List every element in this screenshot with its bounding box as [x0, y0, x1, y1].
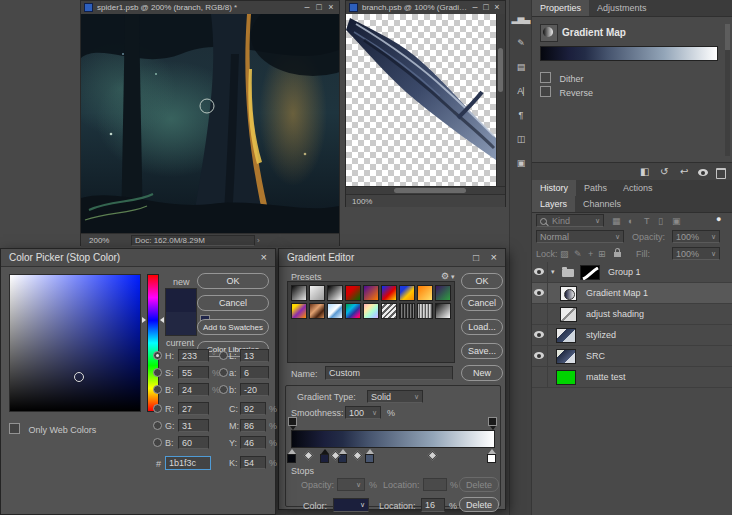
layer-name[interactable]: SRC [586, 351, 605, 361]
filter-smart-objects-icon[interactable]: ▣ [672, 215, 681, 227]
r-field[interactable]: 27 [178, 402, 209, 415]
color-stop-selected[interactable] [320, 449, 329, 463]
gradient-preset[interactable] [291, 303, 307, 319]
c-field[interactable]: 92 [240, 402, 266, 415]
minimize-button[interactable]: – [301, 1, 313, 14]
color-stop[interactable] [365, 449, 374, 463]
layer-name[interactable]: matte test [586, 372, 626, 382]
radio-b3[interactable] [219, 385, 228, 394]
visibility-toggle[interactable] [532, 262, 548, 282]
close-button[interactable]: × [491, 1, 503, 14]
gradient-preset[interactable] [363, 285, 379, 301]
layer-row-matte-test[interactable]: matte test [532, 367, 732, 388]
gradient-preset[interactable] [309, 285, 325, 301]
stop-color-swatch[interactable]: ∨ [333, 498, 369, 512]
layer-name[interactable]: stylized [586, 330, 616, 340]
histogram-icon[interactable]: ▂▅▃ [510, 14, 531, 24]
gradient-preset[interactable] [381, 285, 397, 301]
color-picker-titlebar[interactable]: Color Picker (Stop Color) × [1, 249, 275, 267]
zoom-level[interactable]: 100% [352, 197, 372, 206]
visibility-toggle[interactable] [532, 346, 548, 366]
vertical-scrollbar[interactable] [496, 14, 505, 186]
undo-icon[interactable]: ↩ [680, 166, 688, 177]
paragraph-panel-icon[interactable]: ¶ [510, 110, 531, 120]
gradient-name-field[interactable]: Custom [325, 366, 453, 380]
y-field[interactable]: 46 [240, 436, 266, 449]
status-chevron-icon[interactable]: › [257, 236, 260, 245]
color-stop[interactable] [287, 449, 296, 463]
color-stop[interactable] [487, 449, 496, 463]
current-color-swatch[interactable] [166, 312, 196, 335]
tab-actions[interactable]: Actions [615, 180, 661, 196]
maximize-button[interactable]: □ [313, 1, 325, 14]
character-panel-icon[interactable]: A| [510, 86, 531, 96]
gradient-preset[interactable] [381, 303, 397, 319]
gradient-preset[interactable] [417, 303, 433, 319]
color-field[interactable] [9, 274, 141, 412]
trash-icon[interactable] [716, 168, 726, 179]
gradient-preset[interactable] [327, 303, 343, 319]
filter-toggle-icon[interactable]: ● [716, 213, 721, 225]
filter-type-layers-icon[interactable]: T [644, 215, 650, 227]
reset-icon[interactable]: ↺ [660, 166, 668, 177]
zoom-level[interactable]: 200% [89, 236, 109, 245]
gradient-preset[interactable] [435, 285, 451, 301]
radio-b[interactable] [153, 385, 162, 394]
lock-image-pixels-icon[interactable]: ✎ [574, 248, 582, 260]
gradient-preset[interactable] [345, 303, 361, 319]
new-button[interactable]: New [461, 365, 503, 381]
tab-history[interactable]: History [532, 180, 576, 196]
radio-a[interactable] [219, 368, 228, 377]
cancel-button[interactable]: Cancel [197, 295, 269, 311]
group-mask-thumbnail[interactable] [580, 265, 600, 280]
b2-field[interactable]: 60 [178, 436, 209, 449]
k-field[interactable]: 54 [240, 456, 266, 469]
brush-settings-icon[interactable]: ✎ [510, 38, 531, 48]
layer-row-adjust-shading[interactable]: adjust shading [532, 304, 732, 325]
lock-transparent-pixels-icon[interactable]: ▨ [560, 248, 569, 260]
lock-artboard-icon[interactable]: ⊞ [598, 248, 606, 260]
layer-thumbnail[interactable] [556, 349, 576, 364]
hscroll-thumb[interactable] [394, 188, 466, 193]
filter-pixel-layers-icon[interactable]: ▦ [612, 215, 621, 227]
gradient-preset[interactable] [399, 303, 415, 319]
radio-b2[interactable] [153, 438, 162, 447]
layer-row-group1[interactable]: ▾ Group 1 [532, 262, 732, 283]
layer-thumbnail[interactable] [560, 307, 577, 322]
only-web-colors-checkbox[interactable]: Only Web Colors [9, 419, 96, 437]
visibility-toggle[interactable] [532, 325, 548, 345]
doc1-titlebar[interactable]: spider1.psb @ 200% (branch, RGB/8) * – □… [81, 1, 339, 15]
doc-size-info[interactable]: Doc: 162.0M/8.29M [131, 235, 255, 246]
gradient-preset[interactable] [363, 303, 379, 319]
gradient-type-dropdown[interactable]: Solid ∨ [367, 390, 423, 403]
b-field[interactable]: 24 [178, 383, 209, 396]
radio-s[interactable] [153, 368, 162, 377]
gradient-edit-bar[interactable] [291, 430, 495, 448]
save-button[interactable]: Save... [461, 343, 503, 359]
stop-location-field[interactable]: 16 [421, 498, 445, 512]
close-icon[interactable]: × [261, 249, 267, 266]
tab-adjustments[interactable]: Adjustments [589, 0, 655, 16]
layer-row-gradient-map[interactable]: Gradient Map 1 [532, 283, 732, 304]
smoothness-field[interactable]: 100 ∨ [345, 406, 381, 419]
a-field[interactable]: 6 [240, 366, 269, 379]
radio-l[interactable] [219, 351, 228, 360]
canvas-spider1[interactable] [81, 14, 339, 233]
layer-filter-kind-dropdown[interactable]: Kind ∨ [536, 214, 604, 227]
adjustment-layer-thumbnail[interactable] [560, 286, 577, 301]
l-field[interactable]: 13 [240, 349, 269, 362]
cancel-button[interactable]: Cancel [461, 295, 503, 311]
properties-scrollbar[interactable] [725, 24, 730, 156]
close-button[interactable]: × [325, 1, 337, 14]
radio-h[interactable] [153, 351, 162, 360]
filter-adjustment-layers-icon[interactable]: ◐ [628, 215, 633, 227]
scroll-thumb[interactable] [725, 24, 730, 50]
gradient-preset[interactable] [291, 285, 307, 301]
doc2-titlebar[interactable]: branch.psb @ 100% (Gradient Map… – □ × [346, 1, 505, 15]
gradient-preset[interactable] [399, 285, 415, 301]
gradient-preset[interactable] [327, 285, 343, 301]
layer-row-src[interactable]: SRC [532, 346, 732, 367]
gradient-preset[interactable] [345, 285, 361, 301]
properties-gradient-bar[interactable] [540, 46, 718, 61]
close-icon[interactable]: × [491, 249, 497, 266]
